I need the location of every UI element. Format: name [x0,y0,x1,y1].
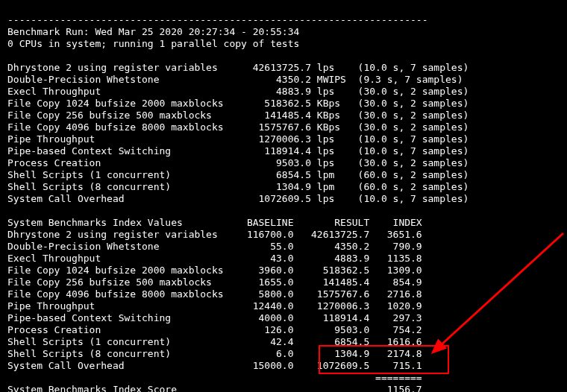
score-highlight-box [319,345,449,374]
terminal-output: ----------------------------------------… [7,14,469,392]
